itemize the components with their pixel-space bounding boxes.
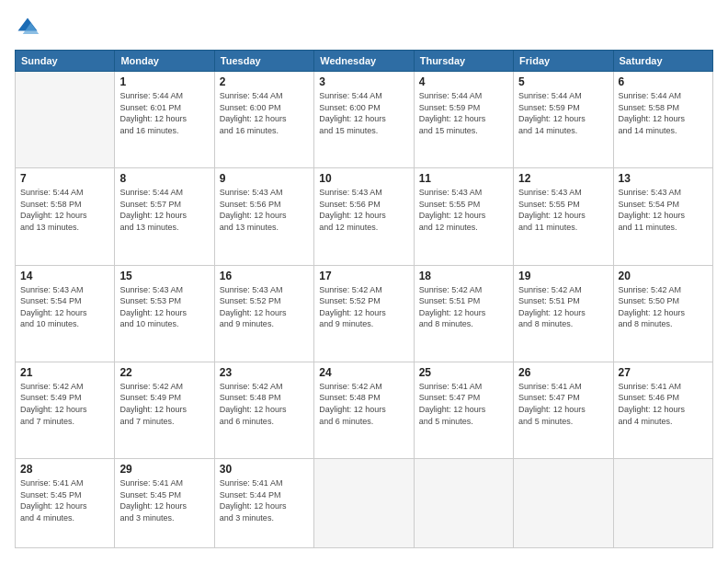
calendar-week-row: 7Sunrise: 5:44 AM Sunset: 5:58 PM Daylig…: [16, 168, 713, 265]
day-number: 6: [619, 75, 708, 88]
calendar-cell: 25Sunrise: 5:41 AM Sunset: 5:47 PM Dayli…: [414, 362, 513, 458]
day-number: 19: [518, 270, 608, 282]
calendar-week-row: 1Sunrise: 5:44 AM Sunset: 6:01 PM Daylig…: [16, 72, 713, 168]
calendar-cell: 14Sunrise: 5:43 AM Sunset: 5:54 PM Dayli…: [16, 265, 115, 362]
day-info: Sunrise: 5:43 AM Sunset: 5:54 PM Dayligh…: [20, 284, 109, 330]
day-number: 3: [319, 75, 408, 88]
calendar-cell: 9Sunrise: 5:43 AM Sunset: 5:56 PM Daylig…: [214, 168, 313, 265]
calendar-cell: 16Sunrise: 5:43 AM Sunset: 5:52 PM Dayli…: [214, 265, 313, 362]
day-number: 4: [419, 75, 508, 88]
page: SundayMondayTuesdayWednesdayThursdayFrid…: [0, 0, 728, 563]
day-info: Sunrise: 5:43 AM Sunset: 5:53 PM Dayligh…: [119, 284, 209, 330]
calendar-cell: 12Sunrise: 5:43 AM Sunset: 5:55 PM Dayli…: [514, 168, 613, 265]
calendar-cell: 5Sunrise: 5:44 AM Sunset: 5:59 PM Daylig…: [514, 72, 613, 168]
calendar-cell: [16, 72, 115, 168]
calendar-cell: 23Sunrise: 5:42 AM Sunset: 5:48 PM Dayli…: [214, 362, 313, 458]
day-number: 9: [220, 172, 309, 185]
logo: [15, 15, 44, 40]
calendar-cell: 27Sunrise: 5:41 AM Sunset: 5:46 PM Dayli…: [613, 362, 712, 458]
day-number: 29: [119, 463, 209, 476]
day-number: 28: [20, 463, 109, 476]
calendar-cell: 11Sunrise: 5:43 AM Sunset: 5:55 PM Dayli…: [414, 168, 513, 265]
calendar-week-row: 14Sunrise: 5:43 AM Sunset: 5:54 PM Dayli…: [16, 265, 713, 362]
calendar-cell: [414, 459, 513, 548]
calendar-header-wednesday: Wednesday: [314, 51, 414, 72]
day-number: 15: [119, 270, 209, 282]
day-number: 26: [518, 366, 608, 379]
day-info: Sunrise: 5:44 AM Sunset: 5:57 PM Dayligh…: [119, 187, 209, 233]
day-number: 7: [20, 172, 109, 185]
calendar-cell: 22Sunrise: 5:42 AM Sunset: 5:49 PM Dayli…: [115, 362, 214, 458]
calendar-cell: 18Sunrise: 5:42 AM Sunset: 5:51 PM Dayli…: [414, 265, 513, 362]
calendar-week-row: 28Sunrise: 5:41 AM Sunset: 5:45 PM Dayli…: [16, 459, 713, 548]
day-info: Sunrise: 5:42 AM Sunset: 5:51 PM Dayligh…: [518, 284, 608, 330]
calendar-cell: 7Sunrise: 5:44 AM Sunset: 5:58 PM Daylig…: [16, 168, 115, 265]
calendar-cell: 20Sunrise: 5:42 AM Sunset: 5:50 PM Dayli…: [613, 265, 712, 362]
logo-icon: [15, 15, 40, 40]
calendar-cell: 26Sunrise: 5:41 AM Sunset: 5:47 PM Dayli…: [514, 362, 613, 458]
day-number: 25: [419, 366, 508, 379]
day-number: 14: [20, 270, 109, 282]
calendar-cell: [613, 459, 712, 548]
day-number: 24: [319, 366, 408, 379]
calendar-cell: 6Sunrise: 5:44 AM Sunset: 5:58 PM Daylig…: [613, 72, 712, 168]
day-info: Sunrise: 5:43 AM Sunset: 5:54 PM Dayligh…: [619, 187, 708, 233]
day-info: Sunrise: 5:42 AM Sunset: 5:50 PM Dayligh…: [619, 284, 708, 330]
day-number: 16: [220, 270, 309, 282]
day-info: Sunrise: 5:41 AM Sunset: 5:44 PM Dayligh…: [220, 477, 309, 523]
calendar-header-sunday: Sunday: [16, 51, 115, 72]
day-info: Sunrise: 5:43 AM Sunset: 5:56 PM Dayligh…: [220, 187, 309, 233]
calendar-cell: 2Sunrise: 5:44 AM Sunset: 6:00 PM Daylig…: [214, 72, 313, 168]
day-info: Sunrise: 5:43 AM Sunset: 5:56 PM Dayligh…: [319, 187, 408, 233]
day-number: 2: [220, 75, 309, 88]
day-info: Sunrise: 5:42 AM Sunset: 5:49 PM Dayligh…: [119, 381, 209, 427]
calendar-cell: 28Sunrise: 5:41 AM Sunset: 5:45 PM Dayli…: [16, 459, 115, 548]
calendar-week-row: 21Sunrise: 5:42 AM Sunset: 5:49 PM Dayli…: [16, 362, 713, 458]
day-number: 20: [619, 270, 708, 282]
day-number: 17: [319, 270, 408, 282]
header: [15, 15, 713, 40]
day-info: Sunrise: 5:42 AM Sunset: 5:51 PM Dayligh…: [419, 284, 508, 330]
calendar-cell: [514, 459, 613, 548]
day-number: 11: [419, 172, 508, 185]
calendar-table: SundayMondayTuesdayWednesdayThursdayFrid…: [15, 50, 713, 548]
calendar-cell: [314, 459, 414, 548]
day-info: Sunrise: 5:44 AM Sunset: 5:58 PM Dayligh…: [20, 187, 109, 233]
day-number: 30: [220, 463, 309, 476]
day-number: 12: [518, 172, 608, 185]
day-info: Sunrise: 5:41 AM Sunset: 5:47 PM Dayligh…: [419, 381, 508, 427]
day-info: Sunrise: 5:43 AM Sunset: 5:55 PM Dayligh…: [518, 187, 608, 233]
calendar-cell: 29Sunrise: 5:41 AM Sunset: 5:45 PM Dayli…: [115, 459, 214, 548]
calendar-cell: 19Sunrise: 5:42 AM Sunset: 5:51 PM Dayli…: [514, 265, 613, 362]
day-number: 10: [319, 172, 408, 185]
calendar-header-monday: Monday: [115, 51, 214, 72]
day-info: Sunrise: 5:41 AM Sunset: 5:47 PM Dayligh…: [518, 381, 608, 427]
day-info: Sunrise: 5:44 AM Sunset: 6:00 PM Dayligh…: [319, 90, 408, 136]
calendar-header-thursday: Thursday: [414, 51, 513, 72]
day-number: 5: [518, 75, 608, 88]
day-info: Sunrise: 5:44 AM Sunset: 6:01 PM Dayligh…: [119, 90, 209, 136]
calendar-cell: 8Sunrise: 5:44 AM Sunset: 5:57 PM Daylig…: [115, 168, 214, 265]
day-info: Sunrise: 5:42 AM Sunset: 5:52 PM Dayligh…: [319, 284, 408, 330]
calendar-cell: 30Sunrise: 5:41 AM Sunset: 5:44 PM Dayli…: [214, 459, 313, 548]
day-info: Sunrise: 5:44 AM Sunset: 6:00 PM Dayligh…: [220, 90, 309, 136]
day-number: 23: [220, 366, 309, 379]
calendar-cell: 1Sunrise: 5:44 AM Sunset: 6:01 PM Daylig…: [115, 72, 214, 168]
day-info: Sunrise: 5:41 AM Sunset: 5:45 PM Dayligh…: [20, 477, 109, 523]
calendar-cell: 21Sunrise: 5:42 AM Sunset: 5:49 PM Dayli…: [16, 362, 115, 458]
day-info: Sunrise: 5:42 AM Sunset: 5:48 PM Dayligh…: [220, 381, 309, 427]
calendar-cell: 13Sunrise: 5:43 AM Sunset: 5:54 PM Dayli…: [613, 168, 712, 265]
calendar-cell: 3Sunrise: 5:44 AM Sunset: 6:00 PM Daylig…: [314, 72, 414, 168]
day-info: Sunrise: 5:41 AM Sunset: 5:46 PM Dayligh…: [619, 381, 708, 427]
day-number: 1: [119, 75, 209, 88]
day-number: 8: [119, 172, 209, 185]
calendar-header-row: SundayMondayTuesdayWednesdayThursdayFrid…: [16, 51, 713, 72]
day-number: 27: [619, 366, 708, 379]
day-info: Sunrise: 5:41 AM Sunset: 5:45 PM Dayligh…: [119, 477, 209, 523]
day-info: Sunrise: 5:44 AM Sunset: 5:59 PM Dayligh…: [419, 90, 508, 136]
calendar-cell: 4Sunrise: 5:44 AM Sunset: 5:59 PM Daylig…: [414, 72, 513, 168]
day-number: 18: [419, 270, 508, 282]
day-info: Sunrise: 5:44 AM Sunset: 5:58 PM Dayligh…: [619, 90, 708, 136]
day-info: Sunrise: 5:43 AM Sunset: 5:52 PM Dayligh…: [220, 284, 309, 330]
calendar-header-tuesday: Tuesday: [214, 51, 313, 72]
